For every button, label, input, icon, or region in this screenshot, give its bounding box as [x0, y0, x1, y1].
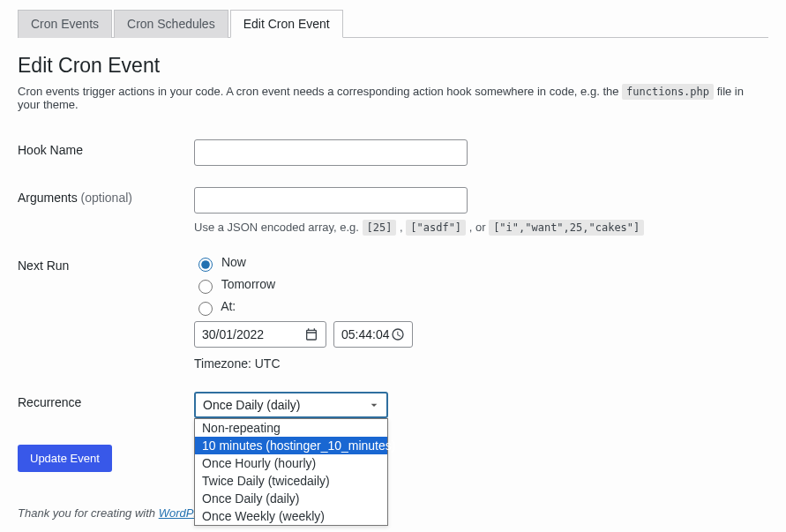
next-run-date-input[interactable]: 30/01/2022 — [194, 321, 326, 348]
arguments-hint: Use a JSON encoded array, e.g. [25] , ["… — [194, 221, 760, 234]
recurrence-option-daily[interactable]: Once Daily (daily) — [195, 490, 387, 507]
recurrence-selected: Once Daily (daily) — [203, 398, 300, 412]
page-title: Edit Cron Event — [18, 54, 768, 78]
arguments-hint-code2: ["asdf"] — [406, 220, 466, 236]
tab-cron-schedules[interactable]: Cron Schedules — [114, 10, 228, 38]
next-run-date-value: 30/01/2022 — [202, 327, 264, 341]
recurrence-option-10min[interactable]: 10 minutes (hostinger_10_minutes) — [195, 437, 387, 454]
arguments-hint-sep2: , or — [469, 221, 489, 234]
calendar-icon — [304, 327, 318, 341]
next-run-now[interactable]: Now — [194, 255, 760, 272]
update-event-button[interactable]: Update Event — [18, 445, 112, 472]
hook-name-input[interactable] — [194, 139, 468, 166]
recurrence-option-twicedaily[interactable]: Twice Daily (twicedaily) — [195, 472, 387, 490]
chevron-down-icon — [367, 398, 381, 412]
recurrence-dropdown[interactable]: Non-repeating 10 minutes (hostinger_10_m… — [194, 418, 388, 526]
recurrence-select[interactable]: Once Daily (daily) — [194, 392, 388, 418]
arguments-optional: (optional) — [81, 191, 132, 205]
arguments-hint-code1: [25] — [363, 220, 397, 236]
next-run-time-value: 05:44:04 — [341, 327, 390, 341]
timezone-text: Timezone: UTC — [194, 356, 760, 371]
recurrence-label: Recurrence — [18, 381, 194, 429]
next-run-tomorrow-radio[interactable] — [198, 280, 213, 294]
next-run-label: Next Run — [18, 244, 194, 381]
footer-before: Thank you for creating with — [18, 506, 159, 520]
recurrence-option-hourly[interactable]: Once Hourly (hourly) — [195, 454, 387, 472]
arguments-input[interactable] — [194, 187, 468, 214]
recurrence-option-nonrepeating[interactable]: Non-repeating — [195, 419, 387, 437]
arguments-hint-prefix: Use a JSON encoded array, e.g. — [194, 221, 363, 234]
tab-cron-events[interactable]: Cron Events — [18, 10, 112, 38]
next-run-now-label: Now — [221, 255, 246, 269]
arguments-hint-code3: ["i","want",25,"cakes"] — [489, 220, 644, 236]
footer-credit: Thank you for creating with WordPress. — [18, 506, 219, 520]
intro-code: functions.php — [622, 84, 714, 100]
next-run-at-label: At: — [221, 299, 236, 313]
hook-name-label: Hook Name — [18, 129, 194, 176]
tabs-nav: Cron Events Cron Schedules Edit Cron Eve… — [18, 9, 768, 38]
next-run-at[interactable]: At: — [194, 299, 760, 316]
next-run-tomorrow[interactable]: Tomorrow — [194, 277, 760, 294]
intro-before: Cron events trigger actions in your code… — [18, 85, 622, 98]
next-run-now-radio[interactable] — [198, 258, 213, 272]
next-run-at-radio[interactable] — [198, 302, 213, 316]
intro-text: Cron events trigger actions in your code… — [18, 85, 768, 111]
next-run-tomorrow-label: Tomorrow — [221, 277, 275, 291]
next-run-time-input[interactable]: 05:44:04 — [333, 321, 413, 348]
tab-edit-cron-event[interactable]: Edit Cron Event — [230, 10, 343, 38]
arguments-label: Arguments — [18, 191, 81, 205]
arguments-label-cell: Arguments (optional) — [18, 176, 194, 244]
clock-icon — [391, 327, 405, 341]
recurrence-option-weekly[interactable]: Once Weekly (weekly) — [195, 507, 387, 525]
